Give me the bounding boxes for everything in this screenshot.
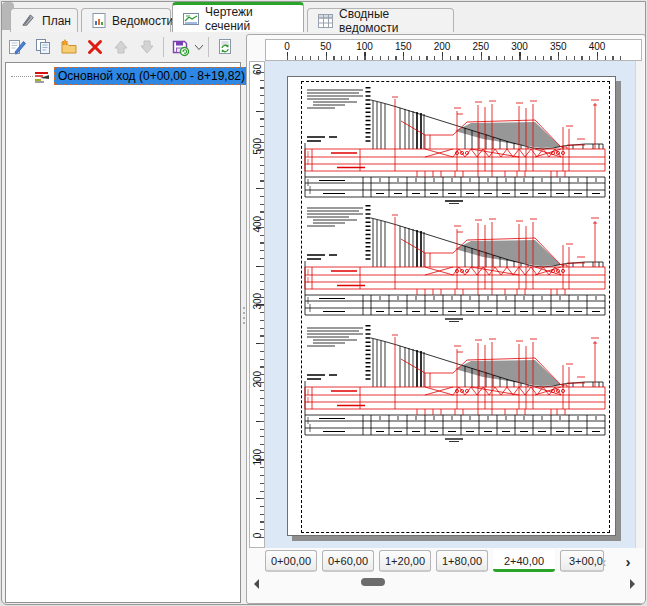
h-ruler-label: 0 (284, 41, 290, 52)
copy-icon (34, 38, 52, 56)
tab-plan[interactable]: План (10, 8, 78, 32)
section-route-icon (34, 70, 51, 83)
save-dropdown-button[interactable] (193, 35, 205, 59)
tab-vedomosti[interactable]: Ведомости (81, 8, 171, 32)
station-tab-label: 1+20,00 (385, 555, 425, 567)
station-tab[interactable]: 0+60,00 (322, 550, 374, 572)
station-tabs-prev-icon[interactable]: ‹ (595, 552, 613, 572)
tree-toolbar (4, 34, 242, 60)
save-drawing-button[interactable] (167, 35, 193, 59)
station-tabs-next-icon[interactable]: › (619, 552, 637, 572)
h-ruler-label: 200 (434, 41, 451, 52)
summary-table-icon (318, 14, 333, 28)
arrow-up-icon (113, 39, 129, 55)
h-ruler-label: 400 (589, 41, 606, 52)
v-ruler-minor-ticks (260, 72, 264, 538)
tab-label: Ведомости (112, 14, 173, 28)
toolbar-separator (163, 37, 164, 57)
station-tab[interactable]: 1+20,00 (379, 550, 431, 572)
copy-button[interactable] (30, 35, 56, 59)
tree-item-main-route[interactable]: Основной ход (0+00,00 - 8+19,82) (6, 67, 249, 85)
refresh-drawing-button[interactable] (212, 35, 238, 59)
tree-item-label: Основной ход (0+00,00 - 8+19,82) (54, 67, 249, 85)
tree-branch-line (11, 76, 33, 77)
station-tab-label: 0+00,00 (271, 555, 311, 567)
delete-icon (86, 38, 104, 56)
horizontal-ruler: 0 50 100 150 200 250 300 350 400 (265, 39, 642, 61)
report-chart-icon (92, 13, 106, 28)
drawing-sheet (287, 76, 616, 536)
app-window: План Ведомости Чертежи сечений (1, 1, 646, 605)
move-down-button[interactable] (134, 35, 160, 59)
station-tab[interactable]: 1+80,00 (436, 550, 488, 572)
h-ruler-minor-ticks (287, 56, 627, 60)
vertical-scrollbar[interactable] (635, 61, 644, 548)
sheet-margin-frame (301, 81, 610, 533)
arrow-down-icon (139, 39, 155, 55)
h-ruler-label: 150 (395, 41, 412, 52)
drafting-tool-icon (21, 13, 36, 28)
scroll-left-icon[interactable] (254, 579, 259, 589)
section-drawing-icon (183, 12, 199, 26)
h-ruler-label: 350 (550, 41, 567, 52)
scroll-right-icon[interactable] (630, 579, 635, 589)
tab-label: Чертежи сечений (205, 5, 293, 33)
h-ruler-label: 250 (472, 41, 489, 52)
scrollbar-thumb[interactable] (361, 578, 385, 586)
sections-tree: Основной ход (0+00,00 - 8+19,82) (5, 62, 241, 603)
edit-button[interactable] (4, 35, 30, 59)
chevron-down-icon (195, 45, 203, 50)
h-ruler-label: 50 (320, 41, 331, 52)
station-tab-label: 2+40,00 (504, 555, 544, 567)
tab-label: План (42, 14, 71, 28)
tab-label: Сводные ведомости (339, 7, 443, 35)
toolbar-separator (208, 37, 209, 57)
station-tab-active[interactable]: 2+40,00 (493, 550, 555, 572)
drawing-panel: 0 50 100 150 200 250 300 350 400 60 500 … (246, 34, 646, 604)
splitter-grip-icon (243, 304, 245, 327)
main-tab-bar: План Ведомости Чертежи сечений (2, 2, 645, 32)
h-ruler-label: 300 (511, 41, 528, 52)
new-folder-button[interactable] (56, 35, 82, 59)
tab-chertezhi-sechenii[interactable]: Чертежи сечений (172, 2, 304, 32)
refresh-icon (216, 38, 234, 56)
new-folder-icon (60, 38, 78, 56)
station-tab[interactable]: 0+00,00 (265, 550, 317, 572)
vertical-ruler: 60 500 400 300 200 100 0 (249, 61, 265, 548)
horizontal-scrollbar[interactable] (249, 576, 643, 591)
save-icon (171, 38, 190, 57)
station-tab-label: 0+60,00 (328, 555, 368, 567)
station-tab-label: 1+80,00 (442, 555, 482, 567)
drawing-canvas[interactable] (265, 61, 636, 548)
edit-icon (8, 38, 27, 56)
h-ruler-label: 100 (356, 41, 373, 52)
tab-svodnye-vedomosti[interactable]: Сводные ведомости (307, 8, 454, 32)
station-tab-bar: 0+00,00 0+60,00 1+20,00 1+80,00 2+40,00 … (265, 550, 604, 574)
move-up-button[interactable] (108, 35, 134, 59)
delete-button[interactable] (82, 35, 108, 59)
